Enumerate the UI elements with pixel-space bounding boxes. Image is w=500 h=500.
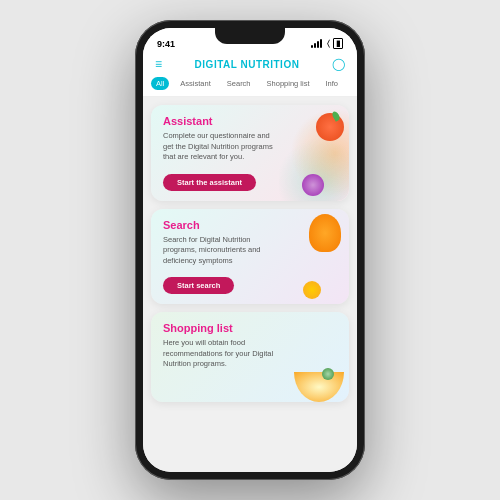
assistant-card-text: Complete our questionnaire and get the D… xyxy=(163,131,276,163)
tab-all[interactable]: All xyxy=(151,77,169,90)
status-icons: 〈 ▮ xyxy=(311,38,343,49)
assistant-card-inner: Assistant Complete our questionnaire and… xyxy=(151,105,349,201)
main-content: Assistant Complete our questionnaire and… xyxy=(143,97,357,472)
tab-search[interactable]: Search xyxy=(222,77,256,90)
search-card-title: Search xyxy=(163,219,337,231)
battery-icon: ▮ xyxy=(333,38,343,49)
shopping-card-inner: Shopping list Here you will obtain food … xyxy=(151,312,349,388)
search-card-inner: Search Search for Digital Nutrition prog… xyxy=(151,209,349,305)
shopping-card-title: Shopping list xyxy=(163,322,337,334)
search-card-text: Search for Digital Nutrition programs, m… xyxy=(163,235,276,267)
status-time: 9:41 xyxy=(157,39,175,49)
signal-icon xyxy=(311,39,322,48)
tab-bar: All Assistant Search Shopping list Info xyxy=(143,77,357,97)
wifi-icon: 〈 xyxy=(327,39,330,49)
start-assistant-button[interactable]: Start the assistant xyxy=(163,174,256,191)
start-search-button[interactable]: Start search xyxy=(163,277,234,294)
phone-notch xyxy=(215,28,285,44)
assistant-card: Assistant Complete our questionnaire and… xyxy=(151,105,349,201)
assistant-card-title: Assistant xyxy=(163,115,337,127)
tab-assistant[interactable]: Assistant xyxy=(175,77,215,90)
shopping-card-text: Here you will obtain food recommendation… xyxy=(163,338,276,370)
phone-shell: 9:41 〈 ▮ ≡ DIGITAL NUTRITION ◯ All Assis… xyxy=(135,20,365,480)
tab-shopping-list[interactable]: Shopping list xyxy=(262,77,315,90)
tab-info[interactable]: Info xyxy=(321,77,344,90)
app-header: ≡ DIGITAL NUTRITION ◯ xyxy=(143,53,357,77)
search-header-icon[interactable]: ◯ xyxy=(332,57,345,71)
search-card: Search Search for Digital Nutrition prog… xyxy=(151,209,349,305)
app-title: DIGITAL NUTRITION xyxy=(162,59,332,70)
shopping-card: Shopping list Here you will obtain food … xyxy=(151,312,349,402)
phone-screen: 9:41 〈 ▮ ≡ DIGITAL NUTRITION ◯ All Assis… xyxy=(143,28,357,472)
menu-icon[interactable]: ≡ xyxy=(155,57,162,71)
